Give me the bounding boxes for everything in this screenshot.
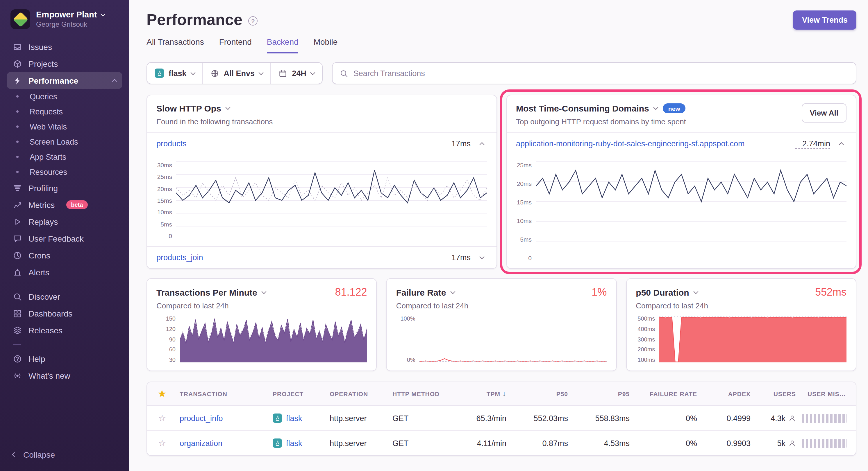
column-header-operation[interactable]: Operation	[324, 390, 386, 397]
chevron-up-icon	[479, 142, 484, 147]
sidebar-item-app-starts[interactable]: App Starts	[7, 149, 122, 164]
sidebar-item-label: Crons	[29, 250, 50, 260]
card-title: Transactions Per Minute	[156, 288, 257, 297]
sidebar-item-alerts[interactable]: Alerts	[7, 264, 122, 280]
sidebar-item-projects[interactable]: Projects	[7, 55, 122, 72]
users-count: 5k	[777, 439, 785, 447]
column-header-user-misery[interactable]: User Misery	[802, 390, 852, 397]
performance-header: Performance ? View Trends	[147, 10, 856, 30]
sidebar-item-label: Issues	[29, 42, 52, 52]
slow-http-ops-dropdown[interactable]: Slow HTTP Ops	[156, 103, 273, 113]
sidebar-item-crons[interactable]: Crons	[7, 247, 122, 264]
chevron-down-icon[interactable]	[261, 289, 267, 294]
siren-icon	[13, 267, 22, 277]
search-input[interactable]	[353, 69, 849, 77]
sidebar-item-queries[interactable]: Queries	[7, 89, 122, 104]
sidebar-item-whats-new[interactable]: What's new	[7, 367, 122, 384]
column-header-users[interactable]: Users	[756, 390, 802, 397]
chevron-up-icon	[839, 142, 844, 147]
help-icon	[13, 354, 22, 363]
transaction-link[interactable]: organization	[180, 439, 222, 447]
chevron-up-icon	[112, 79, 117, 84]
sidebar-item-user-feedback[interactable]: User Feedback	[7, 230, 122, 247]
environment-filter[interactable]: All Envs	[203, 63, 271, 83]
column-header-transaction[interactable]: Transaction	[174, 390, 267, 397]
tpm-card: Transactions Per Minute 81.122 Compared …	[147, 278, 377, 371]
sidebar-item-issues[interactable]: Issues	[7, 38, 122, 55]
sidebar-item-help[interactable]: Help	[7, 350, 122, 367]
p50-duration-card: p50 Duration 552ms Compared to last 24h …	[626, 278, 856, 371]
transaction-link[interactable]: products	[156, 139, 187, 148]
column-header-p95[interactable]: P95	[574, 390, 636, 397]
calendar-icon	[278, 69, 287, 77]
sidebar-item-replays[interactable]: Replays	[7, 213, 122, 230]
card-subtitle: Found in the following transactions	[156, 117, 273, 126]
sidebar-item-web-vitals[interactable]: Web Vitals	[7, 119, 122, 134]
line-chart	[536, 162, 846, 261]
y-axis-labels: 100%0%	[396, 315, 420, 363]
time-range-filter[interactable]: 24H	[271, 63, 322, 83]
sidebar-item-label: Projects	[29, 59, 58, 68]
project-link[interactable]: flask	[286, 414, 302, 423]
column-header-http-method[interactable]: HTTP Method	[386, 390, 447, 397]
help-icon[interactable]: ?	[248, 16, 257, 26]
play-icon	[13, 217, 22, 226]
project-filter[interactable]: flask	[147, 63, 203, 83]
star-icon[interactable]: ★	[151, 389, 174, 399]
p95-cell: 558.83ms	[574, 414, 636, 423]
transaction-link[interactable]: products_join	[156, 253, 203, 262]
column-header-project[interactable]: Project	[267, 390, 324, 397]
view-trends-button[interactable]: View Trends	[793, 10, 856, 30]
tab-backend[interactable]: Backend	[267, 37, 299, 54]
view-all-button[interactable]: View All	[802, 103, 846, 123]
chevron-down-icon[interactable]	[693, 289, 699, 294]
bullet-icon	[16, 171, 19, 173]
column-header-p50[interactable]: P50	[512, 390, 574, 397]
column-header-failure-rate[interactable]: Failure Rate	[636, 390, 703, 397]
sidebar-item-performance[interactable]: Performance	[7, 72, 122, 89]
flask-project-icon	[273, 438, 282, 448]
flask-project-icon	[273, 413, 282, 423]
collapse-toggle[interactable]	[836, 138, 846, 149]
sidebar-item-label: Discover	[29, 292, 60, 301]
area-chart	[180, 315, 367, 363]
tab-mobile[interactable]: Mobile	[314, 37, 338, 54]
star-icon[interactable]: ☆	[151, 413, 174, 424]
project-filter-value: flask	[168, 69, 187, 77]
tab-frontend[interactable]: Frontend	[219, 37, 252, 54]
line-chart	[176, 162, 487, 239]
tpm-cell: 65.3/min	[447, 414, 512, 423]
sidebar-item-screen-loads[interactable]: Screen Loads	[7, 134, 122, 149]
collapse-toggle[interactable]	[476, 138, 487, 149]
y-axis-labels: 150120906030	[156, 315, 180, 363]
sidebar-item-discover[interactable]: Discover	[7, 288, 122, 305]
sidebar-item-metrics[interactable]: Metrics beta	[7, 196, 122, 213]
sidebar-item-resources[interactable]: Resources	[7, 164, 122, 179]
p50-cell: 0.87ms	[512, 439, 574, 447]
tab-all-transactions[interactable]: All Transactions	[147, 37, 204, 54]
lightning-icon	[13, 76, 22, 85]
org-switcher[interactable]: Empower Plant George Gritsouk	[7, 8, 122, 30]
user-icon	[788, 439, 796, 447]
column-header-apdex[interactable]: Apdex	[703, 390, 756, 397]
transaction-link[interactable]: product_info	[180, 414, 223, 423]
y-axis-labels: 25ms20ms15ms10ms5ms0	[510, 162, 536, 261]
sidebar-item-releases[interactable]: Releases	[7, 322, 122, 339]
page-title: Performance	[147, 11, 242, 29]
sidebar-item-dashboards[interactable]: Dashboards	[7, 305, 122, 322]
sidebar-item-requests[interactable]: Requests	[7, 104, 122, 119]
sidebar-item-label: Releases	[29, 326, 62, 335]
sidebar-item-profiling[interactable]: Profiling	[7, 179, 122, 196]
domains-dropdown[interactable]: Most Time-Consuming Domains new	[516, 103, 686, 113]
column-header-tpm[interactable]: TPM↓	[447, 390, 512, 398]
layers-icon	[13, 326, 22, 335]
sidebar-collapse-button[interactable]: Collapse	[7, 445, 122, 464]
domain-link[interactable]: application-monitoring-ruby-dot-sales-en…	[516, 139, 744, 148]
star-icon[interactable]: ☆	[151, 438, 174, 448]
project-link[interactable]: flask	[286, 439, 302, 447]
telescope-icon	[13, 292, 22, 301]
expand-toggle[interactable]	[476, 253, 487, 263]
chevron-down-icon[interactable]	[451, 289, 456, 294]
failure-rate-cell: 0%	[636, 439, 703, 447]
beta-badge: beta	[66, 200, 88, 209]
